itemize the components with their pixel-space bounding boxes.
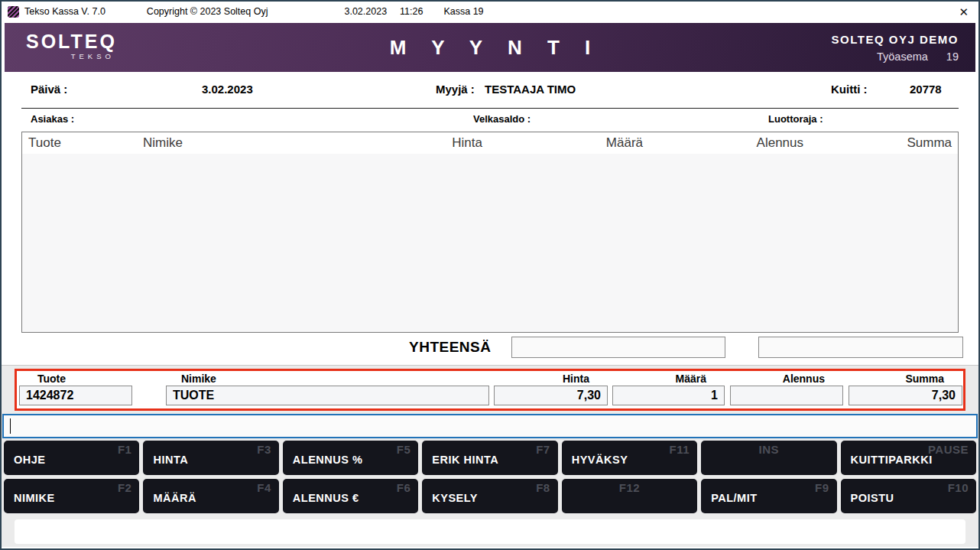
- receipt-value: 20778: [910, 83, 942, 96]
- seller-label: Myyjä :: [436, 83, 475, 96]
- ins-key-label: INS: [759, 443, 780, 456]
- function-key-grid: OHJE F1 HINTA F3 ALENNUS % F5 ERIK HINTA…: [2, 441, 978, 513]
- f8-key-label: F8: [536, 481, 550, 494]
- divider-line: [21, 108, 959, 109]
- entry-label-nimike: Nimike: [166, 372, 489, 386]
- entry-field-maara: Määrä: [612, 372, 725, 408]
- hyvaksy-button[interactable]: HYVÄKSY F11: [562, 441, 697, 475]
- maara-input[interactable]: [612, 386, 725, 405]
- titlebar-time: 11:26: [400, 6, 423, 17]
- f9-key-label: F9: [815, 481, 829, 494]
- f11-key-label: F11: [670, 443, 690, 456]
- titlebar: Tekso Kassa V. 7.0 Copyright © 2023 Solt…: [2, 2, 978, 21]
- workstation-number: 19: [946, 50, 959, 63]
- sale-info-section: Päivä : 3.02.2023 Myyjä : TESTAAJA TIMO …: [2, 72, 978, 132]
- active-line-entry-panel: Tuote Nimike Hinta Määrä Alennus Summa: [15, 369, 965, 411]
- erik-hinta-button[interactable]: ERIK HINTA F7: [422, 441, 557, 475]
- f3-key-label: F3: [257, 443, 271, 456]
- entry-label-alennus: Alennus: [730, 372, 843, 386]
- f12-key-label: F12: [619, 481, 640, 494]
- col-header-hinta: Hinta: [443, 135, 488, 151]
- text-caret: [10, 418, 11, 434]
- solteq-logo: SOLTEQ TEKSO: [26, 31, 117, 60]
- header-right-block: SOLTEQ OYJ DEMO Työasema19: [832, 33, 959, 63]
- alennus-input[interactable]: [730, 386, 843, 405]
- app-window: Tekso Kassa V. 7.0 Copyright © 2023 Solt…: [0, 0, 980, 550]
- pause-key-label: PAUSE: [928, 443, 969, 456]
- entry-field-hinta: Hinta: [494, 372, 608, 408]
- entry-label-hinta: Hinta: [494, 372, 608, 386]
- kysely-button[interactable]: KYSELY F8: [422, 479, 557, 513]
- workstation-label: Työasema: [877, 50, 928, 63]
- f6-key-label: F6: [397, 481, 411, 494]
- entry-field-tuote: Tuote: [19, 372, 132, 408]
- col-header-nimike: Nimike: [137, 135, 443, 151]
- entry-field-alennus: Alennus: [730, 372, 843, 408]
- hinta-input[interactable]: [494, 386, 608, 405]
- col-header-alennus: Alennus: [649, 135, 810, 151]
- sale-table-header: Tuote Nimike Hinta Määrä Alennus Summa: [22, 132, 958, 154]
- entry-field-nimike: Nimike: [166, 372, 489, 408]
- debt-label: Velkasaldo :: [473, 113, 531, 125]
- nimike-button[interactable]: NIMIKE F2: [4, 479, 139, 513]
- page-title: M Y Y N T I: [380, 36, 600, 60]
- ins-button[interactable]: INS: [701, 441, 836, 475]
- copyright-text: Copyright © 2023 Solteq Oyj: [147, 6, 268, 17]
- logo-secondary-text: TEKSO: [26, 52, 117, 60]
- seller-value: TESTAAJA TIMO: [485, 83, 576, 96]
- app-icon: [8, 6, 19, 18]
- close-icon[interactable]: ✕: [959, 6, 969, 18]
- alennus-percent-button[interactable]: ALENNUS % F5: [283, 441, 418, 475]
- customer-label: Asiakas :: [31, 113, 74, 125]
- totals-section: YHTEENSÄ: [2, 333, 978, 365]
- col-header-tuote: Tuote: [22, 135, 137, 151]
- ohje-button[interactable]: OHJE F1: [4, 441, 139, 475]
- date-label: Päivä :: [31, 83, 67, 96]
- f2-key-label: F2: [118, 481, 132, 494]
- company-name: SOLTEQ OYJ DEMO: [832, 33, 959, 46]
- entry-field-summa: Summa: [849, 372, 962, 408]
- lower-panel: Tuote Nimike Hinta Määrä Alennus Summa: [2, 365, 978, 547]
- f4-key-label: F4: [257, 481, 271, 494]
- date-value: 3.02.2023: [202, 83, 253, 96]
- pal-mit-button[interactable]: PAL/MIT F9: [701, 479, 836, 513]
- f1-key-label: F1: [118, 443, 132, 456]
- logo-primary-text: SOLTEQ: [26, 31, 117, 51]
- col-header-summa: Summa: [810, 135, 958, 151]
- total-label: YHTEENSÄ: [409, 339, 491, 356]
- entry-label-summa: Summa: [849, 372, 962, 386]
- total-secondary-field: [758, 337, 963, 358]
- credit-label: Luottoraja :: [768, 113, 823, 125]
- hinta-button[interactable]: HINTA F3: [143, 441, 278, 475]
- titlebar-date: 3.02.2023: [344, 6, 387, 17]
- f7-key-label: F7: [536, 443, 550, 456]
- register-number: Kassa 19: [443, 6, 483, 17]
- entry-label-maara: Määrä: [612, 372, 725, 386]
- entry-label-tuote: Tuote: [19, 372, 132, 386]
- command-input[interactable]: [2, 414, 978, 438]
- tuote-input[interactable]: [19, 386, 132, 405]
- maara-button[interactable]: MÄÄRÄ F4: [143, 479, 278, 513]
- main-header: SOLTEQ TEKSO M Y Y N T I SOLTEQ OYJ DEMO…: [5, 23, 975, 72]
- workstation-info: Työasema19: [832, 50, 959, 63]
- status-bar: [15, 519, 965, 544]
- window-title: Tekso Kassa V. 7.0: [24, 6, 105, 17]
- kuittiparkki-button[interactable]: KUITTIPARKKI PAUSE: [841, 441, 976, 475]
- f12-button[interactable]: F12: [562, 479, 697, 513]
- sale-table-body: [22, 154, 958, 332]
- total-amount-field: [511, 337, 725, 358]
- f10-key-label: F10: [948, 481, 969, 494]
- col-header-maara: Määrä: [488, 135, 649, 151]
- receipt-label: Kuitti :: [831, 83, 867, 96]
- nimike-input[interactable]: [166, 386, 489, 405]
- f5-key-label: F5: [397, 443, 411, 456]
- poistu-button[interactable]: POISTU F10: [841, 479, 976, 513]
- sale-lines-table: Tuote Nimike Hinta Määrä Alennus Summa: [21, 132, 959, 333]
- alennus-euro-button[interactable]: ALENNUS € F6: [283, 479, 418, 513]
- summa-input[interactable]: [849, 386, 962, 405]
